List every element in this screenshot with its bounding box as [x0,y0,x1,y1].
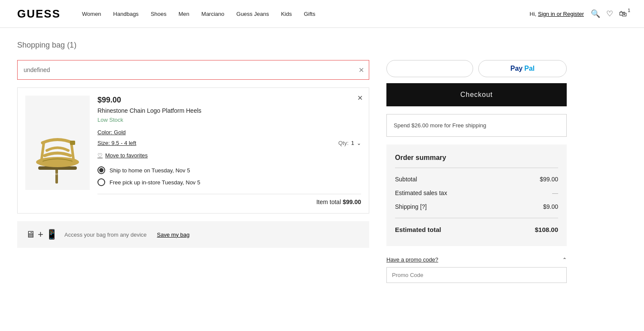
cart-icon[interactable]: 🛍 1 [619,9,627,18]
cart-count: 1 [628,8,630,13]
nav-men[interactable]: Men [179,11,189,17]
tax-value: — [552,190,558,196]
nav-handbags[interactable]: Handbags [113,11,139,17]
qty-value: 1 [351,140,354,146]
summary-section: Pay Pal Checkout Spend $26.00 more for F… [386,60,567,283]
device-icons: 🖥 + 📱 [26,229,58,240]
paypal-button[interactable]: Pay Pal [478,60,567,77]
subtotal-value: $99.00 [540,176,558,183]
nav-guess-jeans[interactable]: Guess Jeans [237,11,269,17]
order-summary-title: Order summary [395,154,558,162]
item-stock-status: Low Stock [97,117,361,123]
item-total: Item total $99.00 [97,194,361,205]
total-row: Estimated total $108.00 [395,223,558,237]
item-price: $99.00 [97,96,361,105]
nav-women[interactable]: Women [82,11,101,17]
summary-divider-2 [395,218,558,218]
delivery-options: Ship to home on Tuesday, Nov 5 Free pick… [97,166,361,186]
qty-wrap: Qty: 1 ⌄ [338,140,361,146]
nav-marciano[interactable]: Marciano [201,11,224,17]
qty-label: Qty: [338,140,349,146]
shipping-value: $9.00 [543,203,558,210]
move-to-favorites-button[interactable]: ♡ Move to favorites [97,152,361,159]
svg-text:GUESS: GUESS [52,173,60,175]
promo-section: Have a promo code? ⌃ [386,256,567,283]
header-right: Hi, Sign in or Register 🔍 ♡ 🛍 1 [530,9,627,18]
wishlist-icon[interactable]: ♡ [606,9,613,18]
subtotal-label: Subtotal [395,176,417,183]
main-nav: Women Handbags Shoes Men Marciano Guess … [82,11,315,17]
shipping-notice: Spend $26.00 more for Free shipping [386,114,567,137]
promo-chevron-icon[interactable]: ⌃ [562,257,567,263]
order-summary-box: Order summary Subtotal $99.00 Estimated … [386,144,567,246]
shipping-row: Shipping [?] $9.00 [395,200,558,214]
header: GUESS Women Handbags Shoes Men Marciano … [0,0,644,28]
item-name: Rhinestone Chain Logo Platform Heels [97,107,361,114]
paypal-logo: Pay [510,65,522,72]
checkout-button[interactable]: Checkout [386,83,567,106]
clear-promo-icon[interactable]: ✕ [358,66,364,74]
item-size-qty-row: Size: 9.5 - 4 left Qty: 1 ⌄ [97,140,361,146]
total-value: $108.00 [535,226,558,233]
radio-ship-home [97,166,105,174]
shipping-label[interactable]: Shipping [?] [395,203,427,210]
promo-toggle[interactable]: Have a promo code? [386,256,438,263]
payment-buttons: Pay Pal [386,60,567,77]
tax-label: Estimated sales tax [395,190,447,196]
sign-in-link[interactable]: Sign in or Register [538,11,584,17]
tax-row: Estimated sales tax — [395,186,558,200]
remove-item-button[interactable]: ✕ [357,94,363,102]
page-content: Shopping bag (1) ✕ ✕ [0,28,644,296]
nav-kids[interactable]: Kids [281,11,292,17]
ship-to-home-option[interactable]: Ship to home on Tuesday, Nov 5 [97,166,361,174]
total-label: Estimated total [395,226,441,233]
main-layout: ✕ ✕ [17,60,627,283]
header-icons: 🔍 ♡ 🛍 1 [591,9,627,18]
pickup-in-store-option[interactable]: Free pick up in-store Tuesday, Nov 5 [97,178,361,186]
heart-icon: ♡ [97,152,103,159]
product-image: GUESS [25,96,90,190]
qty-dropdown-icon[interactable]: ⌄ [357,140,361,146]
svg-rect-5 [70,141,75,145]
search-icon[interactable]: 🔍 [591,9,600,18]
page-title: Shopping bag (1) [17,41,627,50]
apple-pay-button[interactable] [386,60,473,77]
cart-item-details: $99.00 Rhinestone Chain Logo Platform He… [97,96,361,205]
save-bag-text: Access your bag from any device [64,232,146,238]
save-bag-link[interactable]: Save my bag [157,232,190,238]
save-bag-bar: 🖥 + 📱 Access your bag from any device Sa… [17,221,369,248]
brand-logo[interactable]: GUESS [17,7,61,21]
item-size[interactable]: Size: 9.5 - 4 left [97,140,136,146]
nav-shoes[interactable]: Shoes [151,11,167,17]
promo-input-wrap: ✕ [17,60,369,80]
radio-pickup [97,178,105,186]
promo-code-input[interactable] [386,267,567,283]
summary-divider-1 [395,168,558,168]
paypal-pal-logo: Pal [524,65,535,72]
svg-rect-0 [55,169,58,184]
nav-gifts[interactable]: Gifts [304,11,316,17]
cart-item-card: ✕ [17,87,369,214]
cart-section: ✕ ✕ [17,60,369,283]
item-color[interactable]: Color: Gold [97,129,361,135]
coupon-input[interactable] [17,60,369,80]
subtotal-row: Subtotal $99.00 [395,172,558,186]
greeting-text: Hi, Sign in or Register [530,11,584,17]
